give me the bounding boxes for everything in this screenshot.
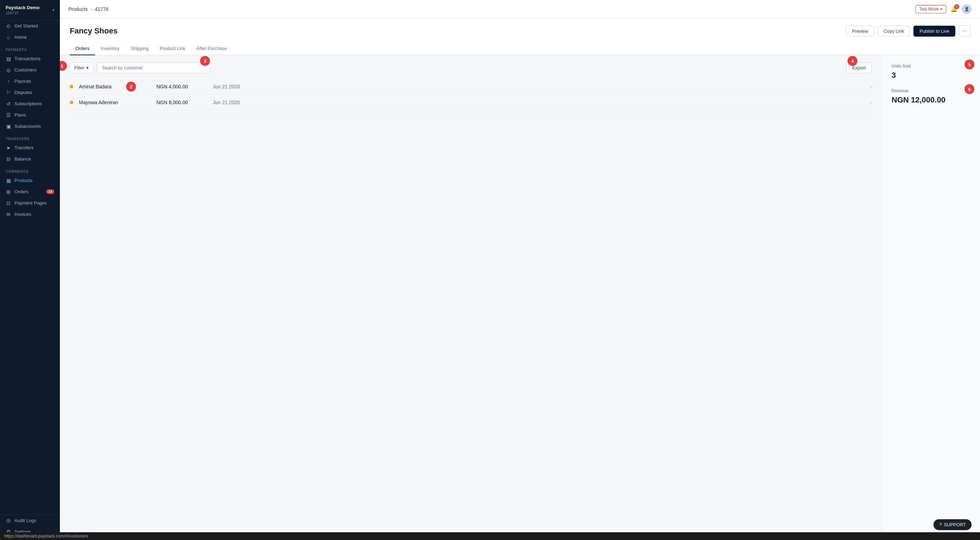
- customers-icon: ◎: [6, 67, 11, 73]
- sidebar-item-label: Transfers: [14, 145, 33, 150]
- sidebar-item-audit-logs[interactable]: ◎ Audit Logs: [0, 515, 60, 526]
- subscriptions-icon: ↺: [6, 101, 11, 106]
- sidebar-item-subscriptions[interactable]: ↺ Subscriptions: [0, 98, 60, 110]
- filter-chevron: ▾: [86, 65, 89, 70]
- sidebar-item-label: Subaccounts: [14, 124, 41, 129]
- sidebar-item-subaccounts[interactable]: ▣ Subaccounts: [0, 121, 60, 132]
- search-input[interactable]: [97, 62, 210, 73]
- annotation-6: 6: [964, 84, 974, 94]
- copy-link-button[interactable]: Copy Link: [878, 26, 910, 37]
- preview-button[interactable]: Preview: [846, 26, 874, 37]
- sidebar-section-transfers: TRANSFERS ➤ Transfers ⊟ Balance: [0, 132, 60, 165]
- plans-icon: ☰: [6, 112, 11, 118]
- brand-id: 168737: [6, 11, 40, 15]
- avatar-button[interactable]: 👤: [962, 4, 972, 14]
- tab-inventory[interactable]: Inventory: [95, 42, 125, 55]
- brand-info: Paystack Demo 168737: [6, 5, 40, 15]
- commerce-label: COMMERCE: [0, 165, 60, 175]
- invoices-icon: ✉: [6, 211, 11, 217]
- sidebar-item-label: Payment Pages: [14, 200, 47, 206]
- avatar-icon: 👤: [964, 7, 969, 12]
- orders-badge: 14: [46, 189, 54, 194]
- page-header-top: Fancy Shoes Preview Copy Link Publish to…: [70, 25, 970, 37]
- sidebar-item-get-started[interactable]: ⊙ Get Started: [0, 21, 60, 32]
- sidebar-item-orders[interactable]: ⊞ Orders 14: [0, 186, 60, 197]
- annotation-4: 4: [848, 56, 858, 66]
- audit-icon: ◎: [6, 518, 11, 523]
- support-icon: ?: [939, 522, 942, 527]
- sidebar-item-home[interactable]: ⌂ Home: [0, 32, 60, 43]
- more-button[interactable]: ···: [959, 25, 970, 37]
- payments-label: PAYMENTS: [0, 43, 60, 53]
- filter-bar: 1 Filter ▾ 3 4 Export: [70, 62, 872, 73]
- sidebar-item-plans[interactable]: ☰ Plans: [0, 110, 60, 121]
- sidebar-item-label: Payouts: [14, 78, 31, 84]
- annotation-3: 3: [200, 56, 210, 66]
- revenue-value: NGN 12,000.00: [892, 95, 970, 105]
- test-mode-button[interactable]: Test Mode ▾: [916, 5, 946, 13]
- orders-list: 2 Aminat Badara NGN 4,000.00 Jun 21 2020…: [70, 79, 872, 111]
- table-row[interactable]: 2 Aminat Badara NGN 4,000.00 Jun 21 2020…: [70, 79, 872, 95]
- sidebar-item-label: Audit Logs: [14, 518, 36, 523]
- orders-icon: ⊞: [6, 189, 11, 195]
- disputes-icon: ⚐: [6, 90, 11, 95]
- brand-section[interactable]: Paystack Demo 168737 ▾: [0, 0, 60, 21]
- home-icon: ⌂: [6, 35, 11, 40]
- statusbar-url: https://dashboard.paystack.com/#/custome…: [4, 534, 88, 538]
- sidebar-section-commerce: COMMERCE ▦ Products ⊞ Orders 14 ⊡ Paymen…: [0, 165, 60, 220]
- sidebar-item-label: Get Started: [14, 23, 38, 29]
- order-amount: NGN 8,000.00: [156, 100, 213, 105]
- breadcrumb-separator: ›: [91, 7, 92, 12]
- products-icon: ▦: [6, 178, 11, 183]
- support-button[interactable]: ? SUPPORT: [934, 519, 972, 530]
- sidebar-item-label: Plans: [14, 112, 26, 118]
- sidebar-item-payouts[interactable]: ↑ Payouts: [0, 76, 60, 87]
- tab-after-purchase[interactable]: After Purchase: [191, 42, 232, 55]
- sidebar-item-disputes[interactable]: ⚐ Disputes: [0, 87, 60, 98]
- sidebar-item-label: Orders: [14, 189, 29, 194]
- stats-panel: 5 Units Sold 3 6 Revenue NGN 12,000.00: [881, 55, 980, 540]
- page-title: Fancy Shoes: [70, 26, 118, 35]
- publish-button[interactable]: Publish to Live: [913, 26, 955, 37]
- topbar: Products › 41776 Test Mode ▾ 🔔 9 👤: [60, 0, 980, 18]
- revenue-label: Revenue: [892, 88, 970, 93]
- payment-pages-icon: ⊡: [6, 200, 11, 206]
- test-mode-chevron: ▾: [940, 7, 942, 12]
- chevron-right-icon: ›: [870, 84, 872, 89]
- page-content: Fancy Shoes Preview Copy Link Publish to…: [60, 18, 980, 540]
- tabs: Orders Inventory Shipping Product Link A…: [70, 42, 970, 55]
- orders-panel: 1 Filter ▾ 3 4 Export 2: [60, 55, 881, 540]
- transactions-icon: ▤: [6, 56, 11, 62]
- annotation-1: 1: [60, 61, 67, 71]
- breadcrumb: Products › 41776: [68, 6, 108, 12]
- sidebar-item-transactions[interactable]: ▤ Transactions: [0, 53, 60, 64]
- page-actions: Preview Copy Link Publish to Live ···: [846, 25, 970, 37]
- support-label: SUPPORT: [944, 522, 966, 527]
- sidebar-item-label: Transactions: [14, 56, 40, 61]
- sidebar-item-label: Products: [14, 178, 32, 183]
- topbar-right: Test Mode ▾ 🔔 9 👤: [916, 4, 972, 14]
- sidebar-section-payments: PAYMENTS ▤ Transactions ◎ Customers ↑ Pa…: [0, 43, 60, 132]
- tab-orders[interactable]: Orders: [70, 42, 95, 55]
- tab-shipping[interactable]: Shipping: [125, 42, 154, 55]
- notification-badge: 9: [954, 4, 959, 9]
- sidebar-item-payment-pages[interactable]: ⊡ Payment Pages: [0, 197, 60, 209]
- sidebar-item-balance[interactable]: ⊟ Balance: [0, 154, 60, 165]
- table-row[interactable]: Mayowa Adeniran NGN 8,000.00 Jun 21 2020…: [70, 95, 872, 111]
- order-date: Jun 21 2020: [213, 84, 870, 89]
- tab-product-link[interactable]: Product Link: [154, 42, 191, 55]
- annotation-5: 5: [964, 59, 974, 69]
- order-name: Aminat Badara: [79, 84, 156, 89]
- sidebar: Paystack Demo 168737 ▾ ⊙ Get Started ⌂ H…: [0, 0, 60, 540]
- filter-button[interactable]: Filter ▾: [70, 62, 93, 73]
- subaccounts-icon: ▣: [6, 124, 11, 129]
- brand-chevron[interactable]: ▾: [52, 8, 54, 12]
- sidebar-item-transfers[interactable]: ➤ Transfers: [0, 142, 60, 154]
- revenue-section: 6 Revenue NGN 12,000.00: [892, 88, 970, 105]
- sidebar-item-products[interactable]: ▦ Products: [0, 175, 60, 186]
- sidebar-item-invoices[interactable]: ✉ Invoices: [0, 209, 60, 220]
- breadcrumb-page: Products: [68, 6, 88, 12]
- sidebar-item-label: Home: [14, 35, 27, 40]
- notification-button[interactable]: 🔔 9: [950, 6, 958, 12]
- sidebar-item-customers[interactable]: ◎ Customers: [0, 64, 60, 76]
